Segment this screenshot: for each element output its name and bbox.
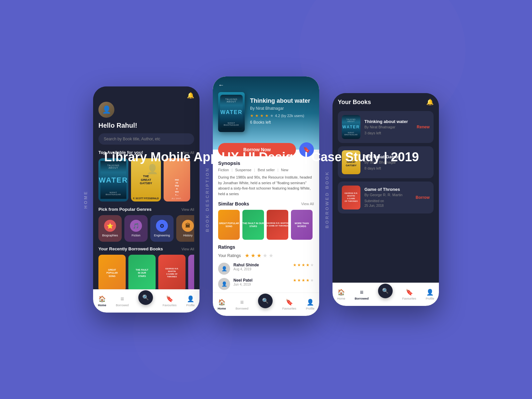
genre-fiction[interactable]: 🎵 Fiction <box>124 215 148 242</box>
borrowed-book-2[interactable]: THE FAULTIN OURSTARS 3 Days Left <box>128 255 156 289</box>
bb-borrow-button[interactable]: Borrow <box>416 195 430 200</box>
app-title-heading: Library Mobile App UX UI Design | Case S… <box>104 150 419 165</box>
p3-home-icon: 🏠 <box>337 289 345 296</box>
borrowed-nav-label: Borrowed <box>116 304 129 307</box>
book-detail-row: TALKING ABOUT WATER NIRAT BHATNAGAR Thin… <box>218 92 314 132</box>
bb-renew-button[interactable]: Renew <box>417 125 430 129</box>
borrowed-nav-icon: ≡ <box>120 296 124 303</box>
books-bell-icon[interactable]: 🔔 <box>426 98 434 106</box>
p3-nav-home[interactable]: 🏠 Home <box>337 289 345 300</box>
fav-nav-icon: 🔖 <box>166 295 173 303</box>
bb-title-3: Game of Thrones <box>364 187 412 192</box>
reviewer-name-2: Neel Patel <box>233 278 290 283</box>
search-bar[interactable]: Search by Book title, Author, etc <box>98 133 194 145</box>
p2-home-icon: 🏠 <box>218 299 225 306</box>
history-label: History <box>183 234 193 237</box>
genres-header: Pick from Popular Genres View All <box>98 207 194 212</box>
cover-title: WATER <box>220 109 243 115</box>
genre-history[interactable]: 🏛 History <box>176 215 194 242</box>
nav-profile[interactable]: 👤 Profile <box>186 295 195 307</box>
book-main-title: Thinking about water <box>250 97 314 105</box>
your-star-4: ★ <box>263 252 267 259</box>
star-4: ★ <box>265 113 269 118</box>
similar-books-row: GREAT POPULAR SONG THE FAULT IN OUR STAR… <box>218 210 314 240</box>
your-rating-row: Your Ratings ★ ★ ★ ★ ★ <box>218 252 314 259</box>
books-left: 6 Books left <box>250 120 314 125</box>
borrowed-book-3[interactable]: GEORGE R.R.MARTINA GAME OFTHRONES 8 Days… <box>158 255 186 289</box>
reviewer-name-1: Rahul Shinde <box>233 263 290 267</box>
p2-profile-icon: 👤 <box>307 299 314 306</box>
borrowed-item-3[interactable]: GEORGE R.R.MARTINA GAMEOF THRONES Game o… <box>338 182 434 213</box>
fiction-icon: 🎵 <box>130 220 142 232</box>
home-header: 🔔 <box>98 92 194 99</box>
greeting-text: Hello Rahul! <box>98 122 194 129</box>
similar-header: Similar Books View All <box>218 201 314 206</box>
p2-nav-search[interactable]: 🔍 <box>258 301 273 308</box>
home-screen: 🔔 👤 Hello Rahul! Search by Book title, A… <box>93 86 200 289</box>
reviewer-info-1: Rahul Shinde Aug 4, 2019 <box>233 263 290 271</box>
sim-book-3[interactable]: GEORGE R.R. MARTIN A GAME OF THRONES <box>267 210 288 240</box>
genre-engineering[interactable]: ⚙ Engineering <box>150 215 174 242</box>
your-star-3: ★ <box>257 252 261 259</box>
fiction-label: Fiction <box>132 234 141 237</box>
p3-nav-fav[interactable]: 🔖 Favourites <box>402 289 416 300</box>
genre-biographies[interactable]: ⭐ Biographies <box>98 215 122 242</box>
p2-fav-label: Favourites <box>282 307 296 310</box>
genres-row: ⭐ Biographies 🎵 Fiction ⚙ Engineering <box>98 215 194 242</box>
p2-nav-profile[interactable]: 👤 Profile <box>306 299 315 310</box>
p2-nav-borrowed[interactable]: ≡ Borrowed <box>235 299 248 310</box>
p3-nav-profile[interactable]: 👤 Profile <box>426 289 434 300</box>
sim-book-1[interactable]: GREAT POPULAR SONG <box>218 210 240 240</box>
water-author: NIRAT BHATNAGAR <box>103 192 124 196</box>
your-rating-stars: ★ ★ ★ ★ ★ <box>245 252 273 259</box>
nav-search[interactable]: 🔍 <box>138 298 153 305</box>
cover-author: NIRAT BHATNAGAR <box>223 122 240 126</box>
review-1: 👤 Rahul Shinde Aug 4, 2019 ★ ★ ★ ★ <box>218 263 314 275</box>
p3-search-icon: 🔍 <box>382 288 389 294</box>
borrowed-screen: Your Books 🔔 TALKING ABOUT WATER NIRAT B… <box>332 93 439 283</box>
star-1: ★ <box>250 113 254 118</box>
avatar-row: 👤 <box>98 102 194 118</box>
p3-borrowed-label: Borrowed <box>355 297 369 300</box>
nav-home[interactable]: 🏠 Home <box>98 295 106 307</box>
nav-borrowed[interactable]: ≡ Borrowed <box>116 296 129 307</box>
your-books-title: Your Books <box>338 99 371 106</box>
borrowed-book-1[interactable]: GREATPOPULARSONG 3 Days Left <box>98 255 126 289</box>
phone1-bottom-nav: 🏠 Home ≡ Borrowed 🔍 🔖 Favourites <box>93 289 200 313</box>
rating-text: 4.2 (by 22k users) <box>275 114 304 118</box>
borrowed-books-row: GREATPOPULARSONG 3 Days Left THE FAULTIN… <box>98 255 194 289</box>
p2-search-bubble[interactable]: 🔍 <box>258 294 273 308</box>
bb-author-3: By George R. R. Martin <box>364 193 412 197</box>
p2-nav-fav[interactable]: 🔖 Favourites <box>282 299 296 310</box>
tag-suspense: Suspense <box>235 168 251 172</box>
book-desc-label: BOOK DESCRIPTION <box>205 167 210 232</box>
sim-book-2[interactable]: THE FAULT IN OUR STARS <box>242 210 264 240</box>
books-header: Your Books 🔔 <box>338 98 434 106</box>
home-nav-icon: 🏠 <box>98 295 106 303</box>
gatsby-title: THEGREATGATSBY <box>140 175 152 185</box>
reviewer-date-1: Aug 4, 2019 <box>233 267 290 271</box>
reviewer-avatar-2: 👤 <box>218 278 230 290</box>
search-bubble[interactable]: 🔍 <box>138 290 153 305</box>
borrowed-book-4[interactable]: morethanwords Submitted <box>188 255 194 289</box>
p3-nav-borrowed[interactable]: ≡ Borrowed <box>355 289 369 300</box>
back-button[interactable]: ← <box>218 82 314 89</box>
tag-bestseller: Best seller <box>258 168 275 172</box>
recent-view-all[interactable]: View All <box>182 247 194 251</box>
star-5: ★ <box>270 113 274 118</box>
borrowed-item-1[interactable]: TALKING ABOUT WATER NIRAT BHATNAGAR Thin… <box>338 111 434 143</box>
reviewer-stars-1: ★ ★ ★ ★ ★ <box>293 263 314 267</box>
desc-body: Synopsis Fiction | Suspense | Best selle… <box>213 150 319 293</box>
tag-new: New <box>281 168 288 172</box>
genres-view-all[interactable]: View All <box>182 207 194 211</box>
recent-title: Your Recently Borrowed Books <box>98 246 163 251</box>
p2-nav-home[interactable]: 🏠 Home <box>217 299 226 310</box>
similar-viewall[interactable]: View All <box>301 202 314 206</box>
history-icon: 🏛 <box>182 220 194 232</box>
nav-favourites[interactable]: 🔖 Favourites <box>163 295 177 307</box>
p3-search-bubble[interactable]: 🔍 <box>378 284 393 298</box>
p3-nav-search[interactable]: 🔍 <box>378 291 393 298</box>
sim-book-4[interactable]: more than words <box>291 210 313 240</box>
bell-icon[interactable]: 🔔 <box>187 92 194 99</box>
phone-home: 🔔 👤 Hello Rahul! Search by Book title, A… <box>93 86 200 313</box>
